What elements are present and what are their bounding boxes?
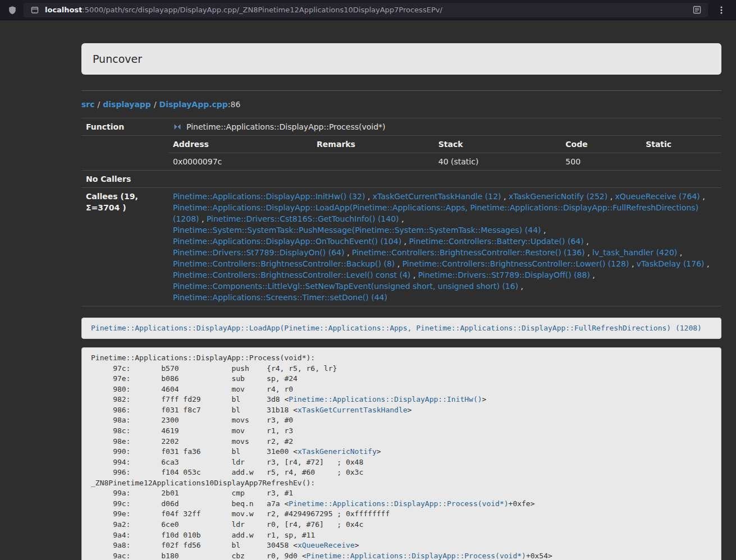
callee-link[interactable]: xQueueReceive (764) [615,192,700,201]
code-symbol-link[interactable]: xTaskGetCurrentTaskHandle [298,406,408,414]
column-header-address: Address [168,136,312,153]
remarks-value [312,153,434,171]
url-host: localhost [45,6,82,14]
callee-link[interactable]: xTaskGetCurrentTaskHandle (12) [373,192,501,201]
column-header-remarks: Remarks [312,136,434,153]
details-header-row: Address Remarks Stack Code Static [168,136,721,153]
breadcrumb-link-displayapp[interactable]: displayapp [103,100,151,109]
breadcrumb-separator: / [98,100,100,109]
callee-link[interactable]: Pinetime::Applications::Screens::Timer::… [173,293,387,302]
breadcrumb-link-file[interactable]: DisplayApp.cpp [159,100,228,109]
code-symbol-link[interactable]: Pinetime::Applications::DisplayApp::Init… [289,395,482,403]
callees-cell: Pinetime::Applications::DisplayApp::Init… [168,188,721,306]
callee-link[interactable]: Pinetime::Applications::DisplayApp::OnTo… [173,237,401,246]
url-text: localhost:5000/path/src/displayapp/Displ… [45,6,687,14]
callee-link[interactable]: Pinetime::Applications::DisplayApp::Init… [173,192,365,201]
callee-link[interactable]: Pinetime::Drivers::St7789::DisplayOn() (… [173,248,344,257]
page-header: Puncover [81,43,721,75]
column-header-code: Code [561,136,641,153]
callee-link[interactable]: Pinetime::Drivers::Cst816S::GetTouchInfo… [207,214,399,223]
callee-link[interactable]: Pinetime::Controllers::Battery::Update()… [409,237,583,246]
divider [81,90,721,91]
url-path: :5000/path/src/displayapp/DisplayApp.cpp… [82,6,442,14]
page-title: Puncover [93,52,710,66]
callee-link[interactable]: Pinetime::Controllers::BrightnessControl… [403,259,629,268]
function-name: Pinetime::Applications::DisplayApp::Proc… [186,122,386,131]
highlight-panel: Pinetime::Applications::DisplayApp::Load… [81,318,721,339]
callee-link[interactable]: Pinetime::Controllers::BrightnessControl… [173,259,395,268]
callee-link[interactable]: lv_task_handler (420) [592,248,677,257]
largest-callee-link[interactable]: Pinetime::Applications::DisplayApp::Load… [91,324,702,332]
page-info-icon[interactable] [29,4,40,16]
no-callers-row: No Callers [81,171,721,188]
tracking-shield-icon[interactable] [7,4,18,16]
callee-link[interactable]: Pinetime::Controllers::BrightnessControl… [173,270,410,279]
breadcrumb: src/displayapp/DisplayApp.cpp:86 [81,99,721,110]
code-value: 500 [561,153,641,171]
column-header-static: Static [641,136,721,153]
function-row: Function Pinetime::Applications::Display… [81,118,721,136]
function-label: Function [81,118,168,136]
callees-label: Callees (19, Σ=3704 ) [81,188,168,306]
address-value: 0x0000097c [168,153,312,171]
code-symbol-link[interactable]: Pinetime::Applications::DisplayApp::Proc… [289,499,508,508]
callee-link[interactable]: xTaskGenericNotify (252) [509,192,607,201]
function-details-cell: Address Remarks Stack Code Static 0x0000… [168,136,721,171]
function-icon [173,122,182,131]
column-header-stack: Stack [434,136,561,153]
function-table: Function Pinetime::Applications::Display… [81,118,721,306]
breadcrumb-link-src[interactable]: src [81,100,95,109]
menu-icon[interactable] [714,2,729,18]
function-details-table: Address Remarks Stack Code Static 0x0000… [168,136,721,170]
code-symbol-link[interactable]: xQueueReceive [298,541,355,549]
callee-link[interactable]: vTaskDelay (176) [637,259,705,268]
disassembly: Pinetime::Applications::DisplayApp::Proc… [81,347,721,560]
function-name-cell: Pinetime::Applications::DisplayApp::Proc… [168,118,721,136]
callee-link[interactable]: Pinetime::Components::LittleVgl::SetNewT… [173,282,518,291]
browser-chrome: localhost:5000/path/src/displayapp/Displ… [0,0,736,20]
callee-link[interactable]: Pinetime::Drivers::St7789::DisplayOff() … [418,270,590,279]
static-value [641,153,721,171]
callee-link[interactable]: Pinetime::System::SystemTask::PushMessag… [173,226,541,235]
url-bar[interactable]: localhost:5000/path/src/displayapp/Displ… [24,3,708,17]
no-callers-cell [168,171,721,188]
line-number: :86 [228,100,241,109]
code-symbol-link[interactable]: Pinetime::Applications::DisplayApp::Proc… [307,552,526,560]
page-container: Puncover src/displayapp/DisplayApp.cpp:8… [81,43,721,560]
callees-row: Callees (19, Σ=3704 ) Pinetime::Applicat… [81,188,721,306]
empty-label-cell [81,136,168,171]
stack-value: 40 (static) [434,153,561,171]
details-value-row: 0x0000097c 40 (static) 500 [168,153,721,171]
no-callers-label: No Callers [81,171,168,188]
reader-view-icon[interactable] [691,4,702,16]
code-symbol-link[interactable]: xTaskGenericNotify [298,447,377,456]
breadcrumb-separator: / [154,100,157,109]
callee-link[interactable]: Pinetime::Controllers::BrightnessControl… [352,248,585,257]
function-details-row: Address Remarks Stack Code Static 0x0000… [81,136,721,171]
